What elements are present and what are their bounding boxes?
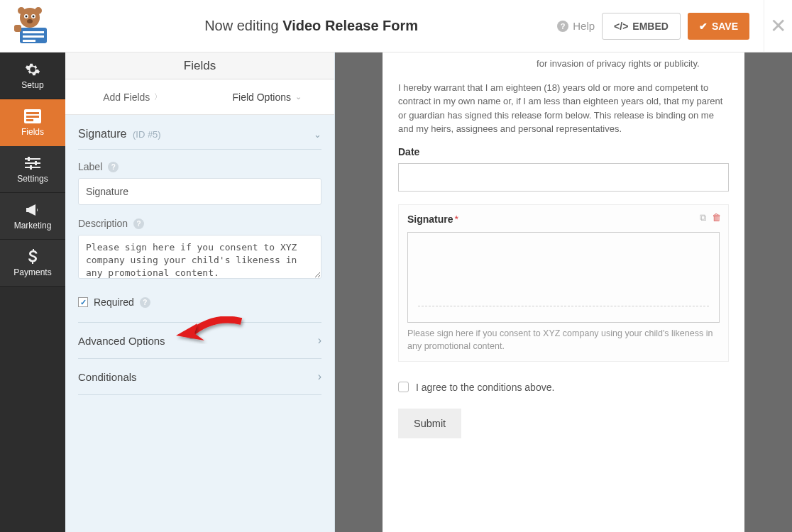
chevron-right-icon: › xyxy=(318,334,321,347)
form-name: Video Release Form xyxy=(282,18,418,33)
signature-field-block[interactable]: Signature* ⧉ 🗑 Please sign here if you c… xyxy=(398,204,729,362)
svg-rect-22 xyxy=(30,165,32,170)
chevron-down-icon: ⌄ xyxy=(295,92,302,101)
signature-line xyxy=(418,306,709,306)
submit-button[interactable]: Submit xyxy=(398,409,461,438)
svg-rect-19 xyxy=(25,167,40,168)
svg-point-11 xyxy=(35,7,42,14)
field-tools: ⧉ 🗑 xyxy=(700,212,721,223)
svg-point-8 xyxy=(33,15,35,17)
logo xyxy=(0,0,65,52)
megaphone-icon xyxy=(24,202,41,218)
description-field-label: Description ? xyxy=(78,218,321,229)
svg-rect-20 xyxy=(28,157,30,161)
help-icon: ? xyxy=(557,21,568,32)
svg-rect-18 xyxy=(25,162,40,164)
svg-point-9 xyxy=(27,19,33,23)
svg-rect-16 xyxy=(26,119,33,121)
sidebar-item-settings[interactable]: Settings xyxy=(0,146,65,193)
sidebar-item-setup[interactable]: Setup xyxy=(0,52,65,99)
top-actions: ? Help </> EMBED ✔ SAVE xyxy=(557,13,764,40)
svg-rect-21 xyxy=(35,161,37,165)
panel-title: Fields xyxy=(65,52,334,79)
sidebar-item-marketing[interactable]: Marketing xyxy=(0,193,65,240)
dollar-icon xyxy=(24,249,41,265)
consent-label: I agree to the conditions above. xyxy=(416,382,554,393)
required-indicator: * xyxy=(455,214,458,225)
help-tooltip-icon[interactable]: ? xyxy=(108,162,119,172)
tab-add-fields[interactable]: Add Fields 〉 xyxy=(65,79,200,114)
left-sidebar: Setup Fields Settings Marketing Payments xyxy=(0,52,65,532)
form-canvas[interactable]: for invasion of privacy rights or public… xyxy=(383,52,744,532)
check-icon: ✔ xyxy=(699,21,708,32)
description-textarea[interactable] xyxy=(78,235,321,279)
legal-text: for invasion of privacy rights or public… xyxy=(398,52,729,136)
field-options-panel: Fields Add Fields 〉 Field Options ⌄ Sign… xyxy=(65,52,335,532)
label-input[interactable] xyxy=(78,178,321,205)
panel-tabs: Add Fields 〉 Field Options ⌄ xyxy=(65,79,334,115)
embed-button[interactable]: </> EMBED xyxy=(602,13,681,40)
svg-rect-2 xyxy=(23,35,44,38)
chevron-down-icon: ⌄ xyxy=(314,129,321,140)
svg-rect-12 xyxy=(14,25,21,32)
label-field-label: Label ? xyxy=(78,161,321,172)
save-button[interactable]: ✔ SAVE xyxy=(688,13,749,40)
svg-point-10 xyxy=(18,7,25,14)
field-section-header[interactable]: Signature (ID #5) ⌄ xyxy=(78,128,321,150)
form-preview: for invasion of privacy rights or public… xyxy=(335,52,792,532)
svg-rect-3 xyxy=(23,40,35,42)
help-tooltip-icon[interactable]: ? xyxy=(140,297,150,308)
top-bar: Now editing Video Release Form ? Help </… xyxy=(0,0,792,52)
field-id: (ID #5) xyxy=(133,129,161,140)
signature-description: Please sign here if you consent to XYZ c… xyxy=(407,327,720,353)
svg-rect-17 xyxy=(25,158,40,160)
svg-rect-1 xyxy=(23,31,44,33)
help-link[interactable]: ? Help xyxy=(557,20,595,32)
conditionals-row[interactable]: Conditionals › xyxy=(78,359,321,395)
date-field-label: Date xyxy=(398,146,729,157)
chevron-right-icon: › xyxy=(318,370,321,383)
required-label: Required xyxy=(94,297,134,308)
svg-rect-15 xyxy=(26,116,39,118)
svg-rect-14 xyxy=(26,112,39,114)
svg-point-7 xyxy=(26,15,28,17)
wpforms-logo-icon xyxy=(13,6,53,46)
trash-icon[interactable]: 🗑 xyxy=(712,212,721,223)
sidebar-item-fields[interactable]: Fields xyxy=(0,99,65,146)
consent-checkbox[interactable] xyxy=(398,382,409,392)
close-button[interactable]: ✕ xyxy=(764,0,792,52)
duplicate-icon[interactable]: ⧉ xyxy=(700,212,706,223)
signature-pad[interactable] xyxy=(407,232,720,323)
help-tooltip-icon[interactable]: ? xyxy=(133,218,144,229)
page-title: Now editing Video Release Form xyxy=(65,18,557,34)
tab-field-options[interactable]: Field Options ⌄ xyxy=(200,79,335,114)
required-checkbox[interactable]: ✓ xyxy=(78,297,88,307)
gear-icon xyxy=(24,62,41,77)
consent-row: I agree to the conditions above. xyxy=(398,382,729,393)
chevron-right-icon: 〉 xyxy=(154,92,162,102)
required-row: ✓ Required ? xyxy=(78,297,321,323)
signature-field-label: Signature xyxy=(407,214,453,225)
sliders-icon xyxy=(24,155,41,171)
date-input[interactable] xyxy=(398,163,729,192)
form-icon xyxy=(24,109,41,124)
advanced-options-row[interactable]: Advanced Options › xyxy=(78,323,321,359)
sidebar-item-payments[interactable]: Payments xyxy=(0,240,65,287)
code-icon: </> xyxy=(614,21,628,32)
